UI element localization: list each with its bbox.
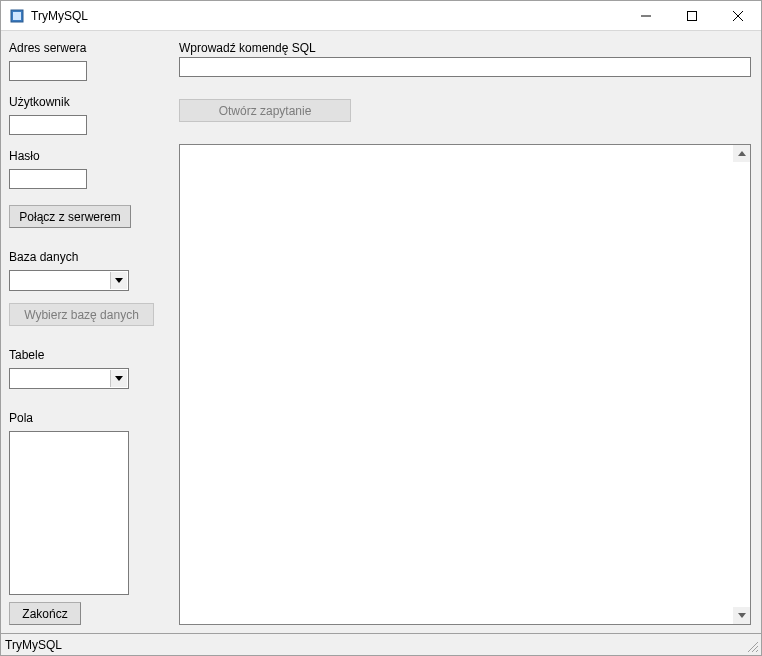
- window-title: TryMySQL: [31, 9, 88, 23]
- left-panel: Adres serwera Użytkownik Hasło Połącz z …: [1, 31, 169, 633]
- app-window: TryMySQL Adres serwera Użytkownik Hasło …: [0, 0, 762, 656]
- svg-marker-9: [738, 613, 746, 618]
- maximize-button[interactable]: [669, 1, 715, 31]
- end-button[interactable]: Zakończ: [9, 602, 81, 625]
- open-query-button-label: Otwórz zapytanie: [219, 104, 312, 118]
- results-area[interactable]: [179, 144, 751, 625]
- close-button[interactable]: [715, 1, 761, 31]
- database-select[interactable]: [9, 270, 129, 291]
- database-label: Baza danych: [9, 250, 161, 264]
- scroll-up-button[interactable]: [733, 145, 750, 162]
- titlebar: TryMySQL: [1, 1, 761, 31]
- user-input[interactable]: [9, 115, 87, 135]
- svg-marker-8: [738, 151, 746, 156]
- chevron-down-icon: [110, 272, 127, 289]
- password-input[interactable]: [9, 169, 87, 189]
- statusbar-text: TryMySQL: [5, 638, 62, 652]
- user-label: Użytkownik: [9, 95, 161, 109]
- minimize-button[interactable]: [623, 1, 669, 31]
- select-database-button[interactable]: Wybierz bazę danych: [9, 303, 154, 326]
- end-button-label: Zakończ: [22, 607, 67, 621]
- app-icon: [9, 8, 25, 24]
- svg-rect-1: [13, 12, 21, 20]
- svg-line-12: [756, 650, 758, 652]
- sql-input[interactable]: [179, 57, 751, 77]
- connect-button[interactable]: Połącz z serwerem: [9, 205, 131, 228]
- sql-label: Wprowadź komendę SQL: [179, 41, 751, 55]
- connect-button-label: Połącz z serwerem: [19, 210, 120, 224]
- client-area: Adres serwera Użytkownik Hasło Połącz z …: [1, 31, 761, 633]
- svg-marker-7: [115, 376, 123, 381]
- statusbar: TryMySQL: [1, 633, 761, 655]
- password-label: Hasło: [9, 149, 161, 163]
- server-address-input[interactable]: [9, 61, 87, 81]
- fields-label: Pola: [9, 411, 161, 425]
- tables-label: Tabele: [9, 348, 161, 362]
- svg-rect-3: [688, 11, 697, 20]
- chevron-down-icon: [110, 370, 127, 387]
- svg-marker-6: [115, 278, 123, 283]
- select-database-button-label: Wybierz bazę danych: [24, 308, 139, 322]
- scroll-down-button[interactable]: [733, 607, 750, 624]
- open-query-button[interactable]: Otwórz zapytanie: [179, 99, 351, 122]
- resize-grip-icon[interactable]: [745, 639, 759, 653]
- fields-listbox[interactable]: [9, 431, 129, 595]
- right-panel: Wprowadź komendę SQL Otwórz zapytanie: [169, 31, 761, 633]
- server-address-label: Adres serwera: [9, 41, 161, 55]
- tables-select[interactable]: [9, 368, 129, 389]
